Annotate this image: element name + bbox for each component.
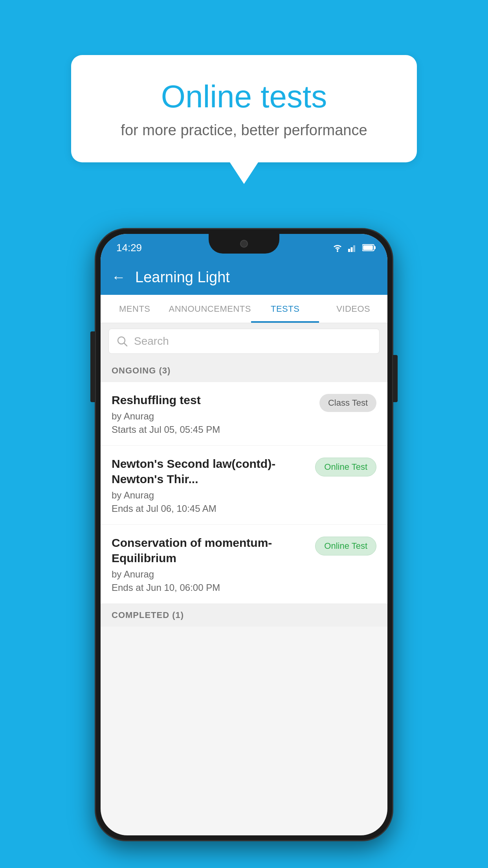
test-date: Ends at Jul 06, 10:45 AM <box>112 503 307 514</box>
svg-line-8 <box>124 343 127 346</box>
test-name: Conservation of momentum-Equilibrium <box>112 535 307 566</box>
svg-rect-5 <box>374 246 376 249</box>
completed-section-header: COMPLETED (1) <box>101 604 387 627</box>
phone-outer: 14:29 <box>95 228 393 841</box>
test-badge: Online Test <box>315 537 376 555</box>
test-name: Reshuffling test <box>112 392 312 408</box>
test-item[interactable]: Conservation of momentum-Equilibrium by … <box>101 525 387 604</box>
test-name: Newton's Second law(contd)-Newton's Thir… <box>112 456 307 487</box>
svg-point-0 <box>337 250 338 252</box>
ongoing-section-header: ONGOING (3) <box>101 359 387 382</box>
test-item[interactable]: Reshuffling test by Anurag Starts at Jul… <box>101 382 387 446</box>
search-placeholder: Search <box>134 335 169 348</box>
test-author: by Anurag <box>112 569 307 580</box>
svg-rect-3 <box>353 245 355 252</box>
tab-videos[interactable]: VIDEOS <box>319 295 387 323</box>
search-icon <box>117 336 128 347</box>
search-container: Search <box>101 323 387 359</box>
tab-ments[interactable]: MENTS <box>101 295 169 323</box>
bubble-subtitle: for more practice, better performance <box>99 122 389 139</box>
test-badge: Online Test <box>315 458 376 476</box>
top-bar: ← Learning Light <box>101 259 387 295</box>
test-author: by Anurag <box>112 411 312 422</box>
phone-container: 14:29 <box>95 228 393 841</box>
search-bar[interactable]: Search <box>108 329 380 354</box>
test-info: Newton's Second law(contd)-Newton's Thir… <box>112 456 315 514</box>
app-title: Learning Light <box>135 269 230 286</box>
svg-rect-6 <box>363 245 373 250</box>
phone-notch <box>209 234 279 254</box>
battery-icon <box>362 243 376 252</box>
speech-bubble: Online tests for more practice, better p… <box>71 55 417 162</box>
speech-bubble-container: Online tests for more practice, better p… <box>71 55 417 162</box>
test-list: Reshuffling test by Anurag Starts at Jul… <box>101 382 387 604</box>
test-date: Ends at Jun 10, 06:00 PM <box>112 582 307 593</box>
notch-camera <box>240 240 248 248</box>
phone-screen: 14:29 <box>101 234 387 835</box>
bubble-title: Online tests <box>99 79 389 115</box>
tab-tests[interactable]: TESTS <box>251 295 319 323</box>
svg-rect-1 <box>348 249 350 252</box>
test-info: Conservation of momentum-Equilibrium by … <box>112 535 315 593</box>
signal-icon <box>348 243 358 252</box>
wifi-icon <box>332 243 343 252</box>
test-badge: Class Test <box>319 394 376 412</box>
status-time: 14:29 <box>116 242 142 254</box>
test-author: by Anurag <box>112 490 307 501</box>
test-info: Reshuffling test by Anurag Starts at Jul… <box>112 392 319 435</box>
status-icons <box>332 243 376 252</box>
back-button[interactable]: ← <box>112 269 126 285</box>
tab-announcements[interactable]: ANNOUNCEMENTS <box>169 295 251 323</box>
tab-bar: MENTS ANNOUNCEMENTS TESTS VIDEOS <box>101 295 387 323</box>
test-item[interactable]: Newton's Second law(contd)-Newton's Thir… <box>101 446 387 525</box>
test-date: Starts at Jul 05, 05:45 PM <box>112 424 312 435</box>
svg-rect-2 <box>351 247 353 252</box>
